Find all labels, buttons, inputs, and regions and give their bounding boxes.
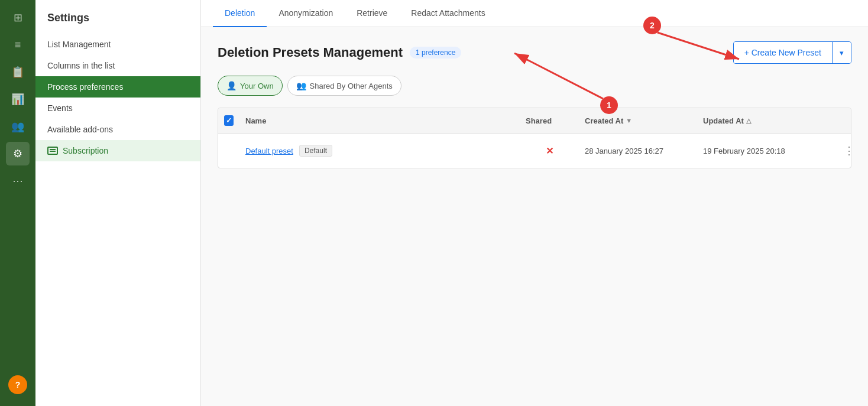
page-title: Deletion Presets Management bbox=[218, 45, 403, 60]
tabs-bar: Deletion Anonymization Retrieve Redact A… bbox=[201, 0, 868, 27]
content-header: Deletion Presets Management 1 preference… bbox=[218, 41, 851, 64]
icon-chart[interactable]: 📊 bbox=[6, 87, 30, 111]
create-preset-dropdown[interactable]: ▾ bbox=[832, 42, 851, 63]
icon-users[interactable]: 👥 bbox=[6, 115, 30, 138]
icon-grid[interactable]: ⋯ bbox=[6, 169, 30, 193]
row-more-cell: ⋮ bbox=[833, 134, 851, 168]
default-badge: Default bbox=[299, 145, 332, 157]
th-name: Name bbox=[239, 109, 520, 132]
row-updated-at-cell: 19 February 2025 20:18 bbox=[697, 138, 833, 164]
th-updated-at[interactable]: Updated At △ bbox=[697, 109, 833, 132]
help-button[interactable]: ? bbox=[8, 375, 27, 394]
filter-shared-agents[interactable]: 👥 Shared By Other Agents bbox=[287, 76, 401, 96]
th-checkbox: ✓ bbox=[218, 108, 239, 133]
filter-your-own-label: Your Own bbox=[240, 82, 274, 90]
row-checkbox-cell bbox=[218, 142, 239, 159]
sidebar-item-columns[interactable]: Columns in the list bbox=[35, 55, 200, 76]
content-area: Deletion Presets Management 1 preference… bbox=[201, 27, 868, 406]
sidebar-item-list-management[interactable]: List Management bbox=[35, 34, 200, 55]
tab-anonymization[interactable]: Anonymization bbox=[267, 0, 345, 27]
row-created-at-cell: 28 January 2025 16:27 bbox=[579, 138, 697, 164]
row-more-button[interactable]: ⋮ bbox=[839, 142, 851, 160]
icon-home[interactable]: ⊞ bbox=[6, 6, 30, 30]
chevron-down-icon: ▾ bbox=[840, 48, 844, 57]
filter-your-own[interactable]: 👤 Your Own bbox=[218, 76, 283, 96]
presets-table: ✓ Name Shared Created At ▼ Updated At △ bbox=[218, 108, 851, 168]
main-content: Deletion Anonymization Retrieve Redact A… bbox=[201, 0, 868, 406]
filter-buttons: 👤 Your Own 👥 Shared By Other Agents bbox=[218, 76, 851, 96]
icon-settings[interactable]: ⚙ bbox=[6, 142, 30, 165]
icon-clipboard[interactable]: 📋 bbox=[6, 60, 30, 84]
tab-deletion[interactable]: Deletion bbox=[213, 0, 267, 27]
sidebar: Settings List Management Columns in the … bbox=[35, 0, 201, 406]
table-header: ✓ Name Shared Created At ▼ Updated At △ bbox=[218, 108, 851, 134]
sidebar-item-subscription[interactable]: Subscription bbox=[35, 140, 200, 161]
row-name-cell: Default preset Default bbox=[239, 137, 520, 165]
th-shared: Shared bbox=[520, 109, 579, 132]
person-icon: 👤 bbox=[226, 81, 237, 90]
subscription-icon bbox=[47, 147, 58, 155]
sort-asc-icon: △ bbox=[746, 117, 751, 125]
not-shared-icon: ✕ bbox=[546, 145, 553, 157]
table-row: Default preset Default ✕ 28 January 2025… bbox=[218, 134, 851, 168]
filter-shared-agents-label: Shared By Other Agents bbox=[310, 82, 393, 90]
row-shared-cell: ✕ bbox=[520, 137, 579, 165]
create-preset-button[interactable]: + Create New Preset bbox=[734, 42, 832, 63]
title-row: Deletion Presets Management 1 preference bbox=[218, 45, 461, 60]
icon-list[interactable]: ≡ bbox=[6, 33, 30, 57]
sidebar-title: Settings bbox=[35, 12, 200, 34]
icon-bar: ⊞ ≡ 📋 📊 👥 ⚙ ⋯ ? bbox=[0, 0, 35, 406]
tab-redact[interactable]: Redact Attachments bbox=[399, 0, 497, 27]
tab-retrieve[interactable]: Retrieve bbox=[345, 0, 399, 27]
preset-name-link[interactable]: Default preset bbox=[245, 147, 293, 155]
sidebar-item-process-preferences[interactable]: Process preferences bbox=[35, 76, 200, 98]
preference-badge: 1 preference bbox=[410, 47, 461, 59]
select-all-checkbox[interactable]: ✓ bbox=[224, 115, 234, 126]
create-preset-group: + Create New Preset ▾ bbox=[733, 41, 851, 64]
icon-bar-bottom: ? bbox=[8, 375, 27, 400]
th-actions bbox=[833, 113, 851, 128]
sidebar-item-events[interactable]: Events bbox=[35, 98, 200, 119]
people-icon: 👥 bbox=[296, 81, 306, 90]
sidebar-item-add-ons[interactable]: Available add-ons bbox=[35, 119, 200, 140]
sort-desc-icon: ▼ bbox=[626, 117, 632, 124]
th-created-at[interactable]: Created At ▼ bbox=[579, 109, 697, 132]
